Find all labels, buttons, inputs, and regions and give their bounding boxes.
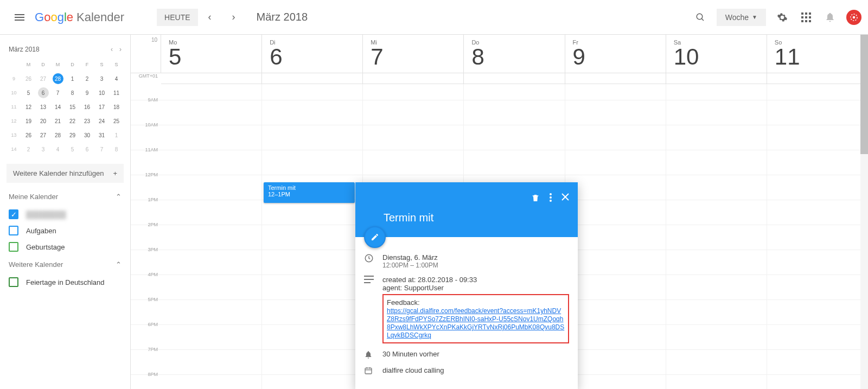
dialfire-badge[interactable]	[846, 10, 861, 25]
mini-prev-button[interactable]: ‹	[111, 46, 113, 53]
mini-day[interactable]: 30	[80, 128, 94, 142]
svg-rect-10	[809, 20, 811, 22]
calendar-label: ████████	[26, 211, 66, 219]
mini-day[interactable]: 28	[50, 128, 65, 142]
mini-day[interactable]: 1	[109, 128, 124, 142]
mini-day[interactable]: 26	[21, 128, 36, 142]
apps-button[interactable]	[795, 7, 817, 28]
mini-day[interactable]: 4	[50, 142, 65, 156]
svg-rect-22	[365, 368, 372, 374]
today-button[interactable]: HEUTE	[157, 9, 197, 26]
day-header[interactable]: Mo5	[161, 35, 262, 73]
mini-day[interactable]: 16	[80, 100, 94, 114]
close-popup-button[interactable]	[561, 193, 569, 203]
mini-day[interactable]: 31	[94, 128, 109, 142]
delete-event-button[interactable]	[531, 193, 540, 203]
mini-day[interactable]: 8	[109, 142, 124, 156]
mini-day[interactable]: 19	[21, 114, 36, 128]
prev-week-button[interactable]: ‹	[201, 9, 219, 26]
mini-day[interactable]: 2	[21, 142, 36, 156]
event-popup: Termin mit Dienstag, 6. März 12:00PM – 1…	[355, 182, 578, 389]
event-chip[interactable]: Termin mit 12–1PM	[264, 182, 355, 203]
mini-day[interactable]: 27	[36, 72, 50, 86]
mini-day[interactable]: 20	[36, 114, 50, 128]
next-week-button[interactable]: ›	[225, 9, 242, 26]
main-menu-button[interactable]	[7, 4, 33, 30]
mini-day[interactable]: 21	[50, 114, 65, 128]
mini-day[interactable]: 28	[50, 72, 65, 86]
mini-day[interactable]: 11	[109, 86, 124, 100]
mini-day[interactable]: 9	[80, 86, 94, 100]
mini-day[interactable]: 13	[36, 100, 50, 114]
mini-day[interactable]: 7	[50, 86, 65, 100]
calendar-checkbox[interactable]	[9, 226, 18, 235]
mini-next-button[interactable]: ›	[119, 46, 122, 53]
mini-day[interactable]: 3	[94, 72, 109, 86]
chevron-up-icon: ⌃	[116, 193, 122, 201]
mini-day[interactable]: 17	[94, 100, 109, 114]
mini-day[interactable]: 27	[36, 128, 50, 142]
mini-day[interactable]: 8	[65, 86, 80, 100]
day-header[interactable]: So11	[767, 35, 868, 73]
mini-day[interactable]: 1	[65, 72, 80, 86]
day-header[interactable]: Mi7	[363, 35, 464, 73]
settings-button[interactable]	[771, 7, 793, 28]
mini-day[interactable]: 18	[109, 100, 124, 114]
mini-day[interactable]: 5	[21, 86, 36, 100]
mini-day[interactable]: 2	[80, 72, 94, 86]
day-header[interactable]: Sa10	[666, 35, 767, 73]
google-logo[interactable]: Google	[35, 10, 73, 24]
mini-day[interactable]: 23	[80, 114, 94, 128]
calendar-checkbox[interactable]: ✓	[9, 209, 18, 219]
day-header[interactable]: Di6	[262, 35, 363, 73]
other-calendars-section[interactable]: Weitere Kalender ⌃	[4, 255, 126, 274]
scrollbar-thumb[interactable]	[860, 35, 868, 154]
month-label: März 2018	[257, 11, 308, 23]
mini-day[interactable]: 7	[94, 142, 109, 156]
day-header[interactable]: Do8	[464, 35, 565, 73]
notifications-button[interactable]	[819, 7, 841, 28]
mini-day[interactable]: 24	[94, 114, 109, 128]
mini-day[interactable]: 25	[109, 114, 124, 128]
mini-day[interactable]: 4	[109, 72, 124, 86]
chevron-up-icon: ⌃	[116, 260, 122, 269]
edit-event-button[interactable]	[364, 226, 386, 248]
popup-reminder: 30 Minuten vorher	[382, 350, 569, 360]
timezone-label: GMT+01	[131, 73, 161, 84]
calendar-item[interactable]: Geburtstage	[4, 239, 126, 255]
calendar-checkbox[interactable]	[9, 277, 18, 287]
calendar-label: Geburtstage	[26, 243, 65, 251]
more-options-button[interactable]	[550, 193, 552, 203]
mini-day[interactable]: 29	[65, 128, 80, 142]
mini-day[interactable]: 3	[36, 142, 50, 156]
calendar-item[interactable]: ✓████████	[4, 206, 126, 222]
my-calendars-section[interactable]: Meine Kalender ⌃	[4, 187, 126, 206]
scrollbar[interactable]	[860, 35, 868, 389]
mini-day[interactable]: 6	[36, 86, 50, 100]
calendar-checkbox[interactable]	[9, 242, 18, 252]
bell-icon	[825, 12, 835, 23]
calendar-item[interactable]: Aufgaben	[4, 222, 126, 239]
mini-day[interactable]: 6	[80, 142, 94, 156]
mini-day[interactable]: 12	[21, 100, 36, 114]
svg-rect-6	[805, 16, 807, 18]
search-button[interactable]	[690, 7, 711, 28]
mini-calendar[interactable]: MDMDFSS926272812341056789101111121314151…	[4, 58, 126, 156]
mini-day[interactable]: 22	[65, 114, 80, 128]
popup-agent: agent: SupportUser	[382, 284, 569, 292]
mini-day[interactable]: 26	[21, 72, 36, 86]
mini-calendar-header: März 2018 ‹ ›	[4, 41, 126, 58]
clock-icon	[364, 253, 375, 269]
event-time: 12–1PM	[268, 191, 350, 197]
feedback-link[interactable]: https://gcal.dialfire.com/feedback/event…	[387, 307, 564, 339]
mini-day[interactable]: 10	[94, 86, 109, 100]
mini-day[interactable]: 5	[65, 142, 80, 156]
mini-day[interactable]: 14	[50, 100, 65, 114]
svg-point-12	[853, 16, 856, 18]
add-calendar-button[interactable]: Weitere Kalender hinzufügen +	[7, 164, 124, 183]
view-selector[interactable]: Woche ▼	[717, 9, 766, 26]
day-header[interactable]: Fr9	[565, 35, 666, 73]
mini-day[interactable]: 15	[65, 100, 80, 114]
feedback-label: Feedback:	[387, 298, 565, 307]
calendar-item[interactable]: Feiertage in Deutschland	[4, 274, 126, 290]
